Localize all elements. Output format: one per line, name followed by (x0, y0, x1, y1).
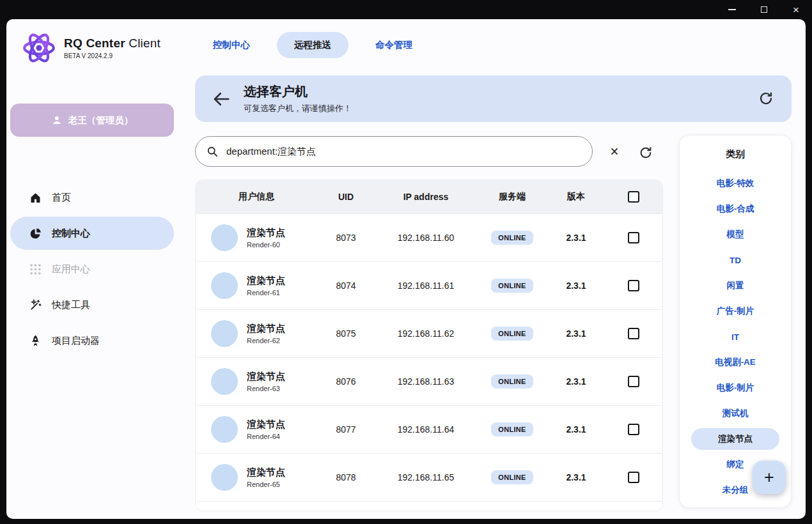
tab-remote-push[interactable]: 远程推送 (277, 32, 348, 58)
row-checkbox[interactable] (628, 376, 639, 387)
back-button[interactable] (212, 89, 231, 109)
client-subname: Render-63 (247, 385, 285, 392)
row-checkbox[interactable] (628, 472, 639, 483)
sidebar-item-quick-tools[interactable]: 快捷工具 (10, 288, 174, 321)
clear-x-icon: × (610, 144, 618, 159)
client-ip: 192.168.11.65 (375, 472, 477, 482)
banner-refresh-button[interactable] (758, 91, 774, 106)
sidebar-item-label: 项目启动器 (52, 335, 100, 347)
table-header-row: 用户信息 UID IP address 服务端 版本 (196, 180, 662, 213)
table-row[interactable]: 渲染节点 Render-64 8077 192.168.11.64 ONLINE… (196, 405, 662, 453)
category-panel-title: 类别 (680, 135, 791, 160)
table-row[interactable]: 渲染节点 Render-60 8073 192.168.11.60 ONLINE… (196, 213, 662, 261)
table-row[interactable]: 渲染节点 Render-62 8075 192.168.11.62 ONLINE… (196, 309, 662, 357)
window-titlebar: × (0, 0, 812, 19)
maximize-button[interactable] (760, 5, 769, 14)
app-title: RQ Center Client (64, 36, 160, 50)
page-header-banner: 选择客户机 可复选客户机，请谨慎操作！ (195, 75, 792, 122)
client-uid: 8078 (317, 472, 375, 482)
client-uid: 8074 (317, 281, 375, 291)
client-ip: 192.168.11.61 (375, 281, 477, 291)
client-name: 渲染节点 (247, 323, 285, 335)
category-item[interactable]: 广告-制片 (680, 298, 791, 324)
status-badge: ONLINE (491, 231, 533, 245)
search-input[interactable]: department:渲染节点 (195, 136, 593, 167)
row-checkbox[interactable] (628, 424, 639, 435)
page-title: 选择客户机 (244, 83, 352, 100)
category-item[interactable]: 闲置 (680, 273, 791, 298)
category-item[interactable]: 电影-特效 (680, 171, 791, 196)
avatar (211, 224, 238, 251)
category-item[interactable]: IT (680, 324, 791, 350)
row-checkbox[interactable] (628, 232, 639, 243)
avatar (211, 320, 238, 347)
table-row[interactable]: 渲染节点 Render-63 8076 192.168.11.63 ONLINE… (196, 357, 662, 405)
row-checkbox[interactable] (628, 328, 639, 339)
tab-control-center[interactable]: 控制中心 (208, 32, 255, 58)
category-item[interactable]: 电影-合成 (680, 196, 791, 222)
client-ip: 192.168.11.63 (375, 376, 477, 387)
sidebar-nav: 首页 控制中心 应用中 (10, 181, 174, 360)
page-header-text: 选择客户机 可复选客户机，请谨慎操作！ (244, 83, 352, 114)
select-all-checkbox[interactable] (628, 191, 639, 203)
status-badge: ONLINE (491, 422, 533, 436)
col-header-ip: IP address (375, 192, 477, 202)
close-button[interactable]: × (792, 5, 800, 14)
sidebar-item-home[interactable]: 首页 (10, 181, 174, 214)
client-ip: 192.168.11.62 (375, 328, 477, 339)
col-header-uid: UID (317, 192, 375, 202)
minimize-button[interactable] (728, 5, 737, 14)
category-item[interactable]: 电影-制片 (680, 375, 791, 401)
avatar (211, 416, 238, 443)
category-item[interactable]: 测试机 (680, 401, 791, 426)
client-subname: Render-60 (247, 241, 285, 249)
maximize-icon (761, 6, 767, 13)
table-row-partial (196, 501, 662, 511)
table-row[interactable]: 渲染节点 Render-61 8074 192.168.11.61 ONLINE… (196, 261, 662, 309)
client-uid: 8076 (317, 376, 375, 387)
table-row[interactable]: 渲染节点 Render-65 8078 192.168.11.65 ONLINE… (196, 453, 662, 501)
status-badge: ONLINE (491, 279, 533, 293)
sidebar-item-project-launcher[interactable]: 项目启动器 (10, 324, 174, 357)
rocket-icon (28, 334, 42, 348)
apps-grid-icon (28, 262, 42, 276)
client-uid: 8077 (317, 424, 375, 435)
user-badge[interactable]: 老王（管理员） (10, 104, 174, 137)
client-name: 渲染节点 (247, 371, 285, 383)
col-header-userinfo: 用户信息 (196, 191, 317, 203)
category-panel: 类别 电影-特效 电影-合成 模型 TD 闲置 广告-制片 IT 电视剧-AE … (679, 135, 792, 508)
category-item[interactable]: 电视剧-AE (680, 350, 791, 375)
row-checkbox[interactable] (628, 280, 639, 291)
client-name: 渲染节点 (247, 466, 285, 479)
status-badge: ONLINE (491, 470, 533, 484)
category-item[interactable]: TD (680, 247, 791, 273)
client-uid: 8073 (317, 233, 375, 243)
category-item[interactable]: 模型 (680, 222, 791, 247)
search-icon (206, 145, 219, 158)
client-subname: Render-65 (247, 481, 285, 488)
client-version: 2.3.1 (547, 424, 605, 435)
search-clear-button[interactable]: × (605, 143, 623, 160)
category-list: 电影-特效 电影-合成 模型 TD 闲置 广告-制片 IT 电视剧-AE 电影-… (680, 171, 791, 503)
top-tab-bar: 控制中心 远程推送 命令管理 (208, 31, 418, 59)
magic-wand-icon (28, 298, 42, 312)
tab-command-management[interactable]: 命令管理 (370, 32, 418, 58)
app-title-block: RQ Center Client BETA V 2024.2.9 (64, 36, 160, 59)
refresh-icon (639, 146, 653, 160)
client-name: 渲染节点 (247, 227, 285, 239)
sidebar-item-label: 首页 (52, 192, 71, 204)
user-badge-label: 老王（管理员） (68, 114, 134, 127)
search-refresh-button[interactable] (637, 144, 655, 162)
client-subname: Render-61 (247, 289, 285, 297)
sidebar-item-label: 快捷工具 (52, 299, 90, 311)
client-version: 2.3.1 (547, 328, 605, 339)
add-category-button[interactable]: + (753, 461, 786, 494)
category-item-selected[interactable]: 渲染节点 (691, 428, 779, 450)
sidebar-item-control-center[interactable]: 控制中心 (10, 217, 174, 250)
search-value: department:渲染节点 (226, 146, 316, 158)
app-brand: RQ Center Client BETA V 2024.2.9 (20, 29, 160, 66)
sidebar-item-app-center[interactable]: 应用中心 (10, 252, 174, 286)
sidebar-item-label: 控制中心 (52, 227, 90, 240)
client-uid: 8075 (317, 328, 375, 339)
status-badge: ONLINE (491, 374, 533, 389)
